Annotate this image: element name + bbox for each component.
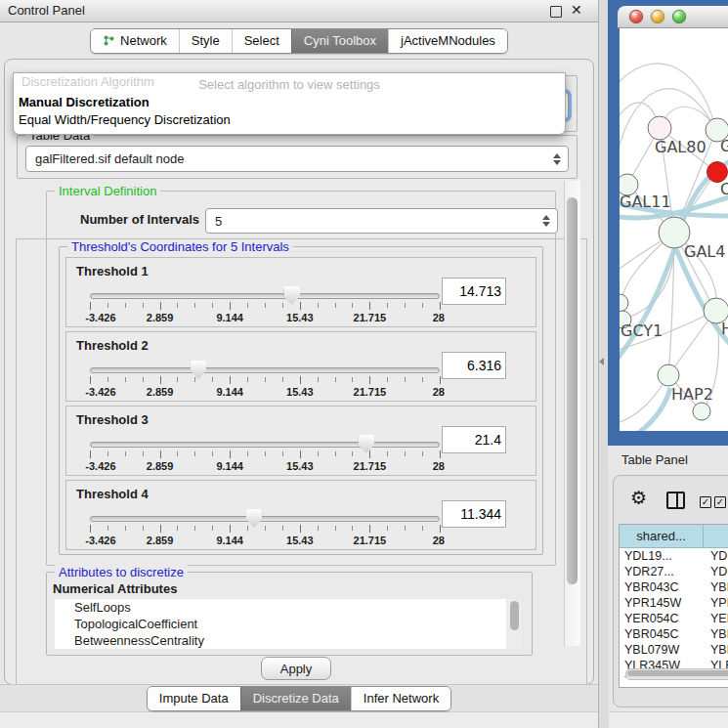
tab-infer-network[interactable]: Infer Network — [351, 687, 450, 710]
threshold-panel: Threshold 1-3.4262.8599.14415.4321.71528 — [65, 257, 536, 327]
tab-network[interactable]: Network — [91, 29, 179, 53]
slider-scale-label: 28 — [433, 535, 445, 546]
slider-major-tick — [369, 525, 370, 533]
option-equal-width-frequency[interactable]: Equal Width/Frequency Discretization — [19, 112, 231, 127]
slider-track[interactable] — [90, 367, 440, 373]
threshold-slider[interactable]: -3.4262.8599.14415.4321.71528 — [90, 285, 440, 324]
cell-shared-name: YDR27... — [620, 565, 708, 578]
num-intervals-combobox[interactable]: 5 — [205, 208, 558, 234]
tab-label: Infer Network — [364, 691, 439, 706]
tab-cyni-toolbox[interactable]: Cyni Toolbox — [291, 29, 388, 53]
tab-group: NetworkStyleSelectCyni ToolboxjActiveMNo… — [90, 28, 508, 54]
tab-style[interactable]: Style — [179, 29, 232, 53]
column-layout-icon[interactable] — [666, 492, 685, 509]
slider-major-tick — [90, 302, 91, 310]
float-window-icon[interactable] — [550, 6, 562, 18]
apply-button[interactable]: Apply — [261, 657, 331, 680]
attributes-group-label: Attributes to discretize — [55, 565, 188, 579]
slider-major-tick — [160, 450, 161, 458]
threshold-value-field[interactable] — [442, 278, 506, 305]
network-graph: GAL80 GA C GAL11 GAL4 GCY1 H HAP2 — [620, 28, 728, 431]
threshold-value-field[interactable] — [442, 426, 506, 453]
slider-scale-label: 21.715 — [354, 535, 387, 546]
slider-major-tick — [300, 302, 301, 310]
slider-major-tick — [369, 450, 370, 458]
close-light-icon[interactable] — [629, 10, 643, 23]
table-row[interactable]: YPR145WYPR1 — [620, 595, 728, 611]
threshold-label: Threshold 3 — [76, 412, 149, 427]
slider-scale-label: -3.426 — [85, 386, 115, 398]
numerical-attributes-list[interactable]: SelfLoopsTopologicalCoefficientBetweenne… — [55, 599, 506, 649]
slider-ticks — [90, 451, 440, 456]
node-label-gal80: GAL80 — [655, 138, 707, 156]
tab-discretize-data[interactable]: Discretize Data — [240, 687, 351, 710]
scrollbar-thumb[interactable] — [567, 197, 578, 584]
cell-name: YBR0 — [708, 580, 728, 594]
cell-name: YPR1 — [708, 596, 728, 610]
panel-vertical-scrollbar[interactable] — [564, 181, 580, 646]
cell-name: YDR2 — [708, 565, 728, 578]
table-row[interactable]: YBR045CYBR0 — [620, 626, 728, 642]
attribute-item[interactable]: SelfLoops — [55, 599, 506, 616]
table-horizontal-scrollbar[interactable] — [625, 668, 728, 680]
tab-impute-data[interactable]: Impute Data — [148, 687, 240, 710]
threshold-value-field[interactable] — [442, 352, 506, 379]
slider-ticks — [90, 303, 440, 308]
checkbox-icon[interactable]: ✓ — [700, 496, 711, 508]
node-label-hap2: HAP2 — [671, 385, 713, 404]
tab-select[interactable]: Select — [232, 29, 291, 53]
slider-scale-label: 9.144 — [216, 312, 243, 323]
tab-jactivemnodules[interactable]: jActiveMNodules — [388, 29, 507, 53]
combo-arrows-icon — [553, 153, 561, 165]
gear-icon[interactable]: ⚙ — [630, 489, 647, 507]
table-row[interactable]: YER054CYER0 — [620, 611, 728, 626]
slider-major-tick — [90, 525, 91, 533]
node-label-gcy1: GCY1 — [621, 321, 663, 340]
algorithm-hint: Select algorithm to view settings — [14, 77, 565, 92]
splitter-collapse-icon[interactable] — [599, 358, 604, 365]
slider-major-tick — [90, 376, 91, 384]
slider-scale-label: 9.144 — [216, 535, 243, 546]
close-icon[interactable]: ✕ — [571, 2, 582, 18]
control-panel-titlebar: Control Panel ✕ — [0, 0, 598, 22]
slider-major-tick — [160, 302, 161, 310]
slider-track[interactable] — [90, 293, 440, 299]
column-header-shared[interactable]: shared... — [620, 525, 704, 548]
table-row[interactable]: YDL19...YDL1 — [620, 548, 728, 564]
table-row[interactable]: YBL079WYBL0 — [620, 642, 728, 658]
column-header-name[interactable]: na — [704, 525, 728, 548]
threshold-slider[interactable]: -3.4262.8599.14415.4321.71528 — [90, 434, 440, 473]
scrollbar-thumb[interactable] — [627, 670, 728, 676]
threshold-slider[interactable]: -3.4262.8599.14415.4321.71528 — [90, 508, 440, 547]
slider-scale-label: 21.715 — [354, 460, 387, 472]
zoom-light-icon[interactable] — [672, 10, 686, 23]
table-row[interactable]: YDR27...YDR2 — [620, 564, 728, 579]
table-row[interactable]: YBR043CYBR0 — [620, 579, 728, 595]
attributes-scrollbar[interactable] — [508, 599, 521, 649]
interval-definition-label: Interval Definition — [55, 184, 160, 198]
thresholds-group: Threshold's Coordinates for 5 Intervals … — [59, 246, 543, 555]
threshold-value-field[interactable] — [442, 500, 506, 528]
bottom-strip-2 — [0, 711, 728, 728]
slider-major-tick — [440, 376, 441, 384]
cell-name: YBR0 — [708, 627, 728, 641]
cell-shared-name: YBR045C — [620, 627, 708, 641]
thresholds-group-label: Threshold's Coordinates for 5 Intervals — [67, 239, 293, 254]
option-manual-discretization[interactable]: Manual Discretization — [19, 95, 150, 109]
checkbox-icon[interactable]: ✓ — [714, 496, 726, 508]
slider-scale-label: 9.144 — [216, 460, 243, 472]
network-window-titlebar[interactable] — [618, 6, 728, 28]
cell-shared-name: YBR043C — [620, 580, 708, 594]
slider-track[interactable] — [90, 516, 440, 522]
slider-major-tick — [300, 450, 301, 458]
table-data-combobox[interactable]: galFiltered.sif default node — [25, 146, 569, 172]
threshold-slider[interactable]: -3.4262.8599.14415.4321.71528 — [90, 360, 440, 399]
attribute-item[interactable]: TopologicalCoefficient — [55, 616, 506, 632]
attribute-item[interactable]: BetweennessCentrality — [55, 632, 506, 649]
node-label-gal4: GAL4 — [684, 242, 725, 261]
tab-label: Cyni Toolbox — [304, 33, 376, 48]
slider-scale-label: 15.43 — [286, 535, 314, 546]
slider-track[interactable] — [90, 442, 440, 448]
network-view-canvas[interactable]: GAL80 GA C GAL11 GAL4 GCY1 H HAP2 — [620, 28, 728, 431]
minimize-light-icon[interactable] — [651, 10, 664, 23]
